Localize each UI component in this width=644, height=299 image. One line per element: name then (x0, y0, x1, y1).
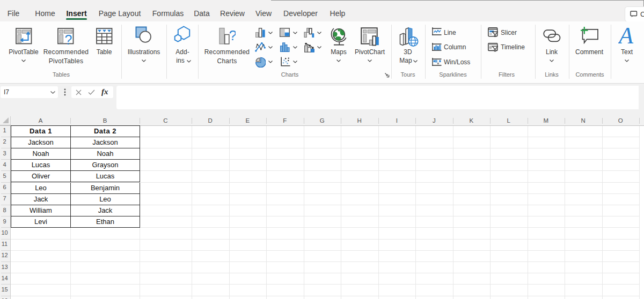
svg-text:A: A (618, 26, 634, 45)
svg-text:?: ? (65, 32, 72, 46)
svg-text:?: ? (229, 27, 236, 43)
